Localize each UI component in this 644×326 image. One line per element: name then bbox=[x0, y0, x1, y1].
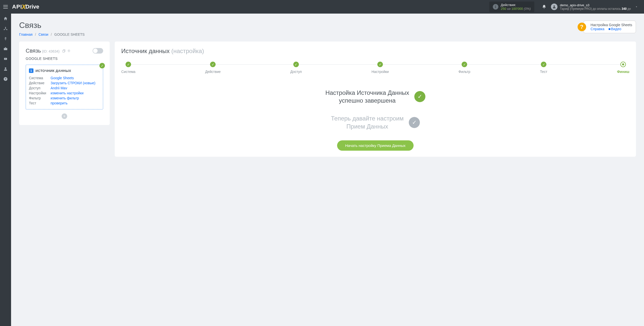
breadcrumb-connections[interactable]: Связи bbox=[38, 32, 48, 36]
actions-pct: (0%) bbox=[524, 7, 531, 11]
help-ref-link[interactable]: Справка bbox=[591, 27, 605, 31]
bell-icon[interactable] bbox=[542, 5, 546, 9]
help-video-link[interactable]: ■Видео bbox=[608, 27, 621, 31]
step-system[interactable]: ✓Система bbox=[121, 62, 135, 74]
logo[interactable]: API X Drive bbox=[12, 3, 39, 11]
hamburger-menu[interactable] bbox=[0, 0, 11, 14]
actions-used: 250 bbox=[501, 7, 506, 11]
sidebar-connections-icon[interactable] bbox=[0, 24, 11, 34]
breadcrumb-current: GOOGLE SHEETS bbox=[54, 32, 85, 36]
source-title: ИСТОЧНИК ДАННЫХ bbox=[35, 69, 71, 73]
gear-icon[interactable] bbox=[67, 49, 71, 53]
svg-text:?: ? bbox=[5, 77, 6, 80]
help-box: ? Настройка Google Sheets Справка ■Видео bbox=[583, 21, 636, 33]
copy-icon[interactable] bbox=[62, 49, 66, 53]
logo-api: API bbox=[12, 4, 22, 10]
svg-rect-9 bbox=[63, 50, 64, 52]
source-config-title: Источник данных (настройка) bbox=[121, 48, 629, 55]
source-settings-link[interactable]: изменить настройки bbox=[51, 91, 84, 95]
actions-sep: из bbox=[507, 7, 510, 11]
source-action-link[interactable]: Загрузить СТРОКИ (новые) bbox=[51, 81, 95, 85]
step-settings[interactable]: ✓Настройки bbox=[372, 62, 389, 74]
help-title: Настройка Google Sheets bbox=[591, 23, 632, 27]
main: Связь Главная / Связи / GOOGLE SHEETS ? … bbox=[11, 14, 644, 164]
breadcrumb: Главная / Связи / GOOGLE SHEETS bbox=[19, 32, 85, 36]
actions-counter[interactable]: i Действия: 250 из 100'000 (0%) bbox=[489, 2, 534, 12]
start-receive-button[interactable]: Начать настройку Приема Данных bbox=[337, 140, 414, 151]
svg-point-5 bbox=[5, 67, 6, 69]
sidebar: ? bbox=[0, 14, 11, 164]
source-filter-link[interactable]: изменить фильтр bbox=[51, 96, 79, 100]
step-filter[interactable]: ✓Фильтр bbox=[458, 62, 470, 74]
source-test-link[interactable]: проверить bbox=[51, 101, 68, 105]
source-box: ✓ 1 ИСТОЧНИК ДАННЫХ СистемаGoogle Sheets… bbox=[26, 65, 103, 109]
header: API X Drive i Действия: 250 из 100'000 (… bbox=[0, 0, 644, 14]
svg-point-1 bbox=[5, 27, 6, 28]
avatar-icon bbox=[551, 4, 557, 10]
connection-id: (ID: 43634) bbox=[42, 49, 60, 53]
user-menu[interactable]: demo_apix-drive_s3 Тариф |Премиум PRO| д… bbox=[551, 3, 644, 11]
svg-point-0 bbox=[553, 6, 555, 7]
user-name: demo_apix-drive_s3 bbox=[560, 3, 631, 7]
user-tariff: Тариф |Премиум PRO| до оплаты осталось 3… bbox=[560, 7, 631, 11]
add-button[interactable]: + bbox=[62, 113, 67, 119]
finish-next-text: Теперь давайте настроим Прием Данных bbox=[331, 114, 404, 130]
help-question-icon[interactable]: ? bbox=[578, 23, 586, 31]
logo-drive: Drive bbox=[25, 4, 39, 10]
chevron-down-icon bbox=[635, 5, 638, 8]
connection-card: Связь (ID: 43634) GOOGLE SHEETS ✓ 1 ИС bbox=[19, 42, 110, 125]
step-test[interactable]: ✓Тест bbox=[540, 62, 547, 74]
connection-toggle[interactable] bbox=[93, 48, 103, 54]
sidebar-briefcase-icon[interactable] bbox=[0, 44, 11, 54]
sidebar-billing-icon[interactable] bbox=[0, 34, 11, 44]
actions-label: Действия: bbox=[501, 3, 531, 7]
source-check-icon: ✓ bbox=[99, 63, 105, 68]
step-finish[interactable]: Финиш bbox=[617, 62, 629, 74]
info-icon: i bbox=[493, 4, 498, 10]
check-pending-icon: ✓ bbox=[409, 117, 420, 128]
step-access[interactable]: ✓Доступ bbox=[290, 62, 302, 74]
video-cam-icon: ■ bbox=[608, 27, 610, 31]
source-config-card: Источник данных (настройка) ✓Система ✓Де… bbox=[115, 42, 636, 157]
source-access-link[interactable]: Andrii Mav bbox=[51, 86, 67, 90]
sidebar-help-icon[interactable]: ? bbox=[0, 74, 11, 84]
sidebar-video-icon[interactable] bbox=[0, 54, 11, 64]
page-title: Связь bbox=[19, 21, 85, 30]
connection-subtitle: GOOGLE SHEETS bbox=[26, 57, 103, 61]
finish-success-text: Настройка Источника Данных успешно завер… bbox=[325, 89, 409, 104]
step-action[interactable]: ✓Действие bbox=[205, 62, 221, 74]
sidebar-user-icon[interactable] bbox=[0, 64, 11, 74]
stepper: ✓Система ✓Действие ✓Доступ ✓Настройки ✓Ф… bbox=[121, 62, 629, 74]
check-success-icon: ✓ bbox=[414, 91, 425, 102]
svg-point-10 bbox=[68, 50, 69, 51]
connection-title: Связь bbox=[26, 48, 41, 54]
actions-total: 100'000 bbox=[511, 7, 523, 11]
sidebar-home-icon[interactable] bbox=[0, 14, 11, 24]
source-system-link[interactable]: Google Sheets bbox=[51, 76, 74, 80]
breadcrumb-home[interactable]: Главная bbox=[19, 32, 32, 36]
badge-1-icon: 1 bbox=[29, 68, 33, 73]
